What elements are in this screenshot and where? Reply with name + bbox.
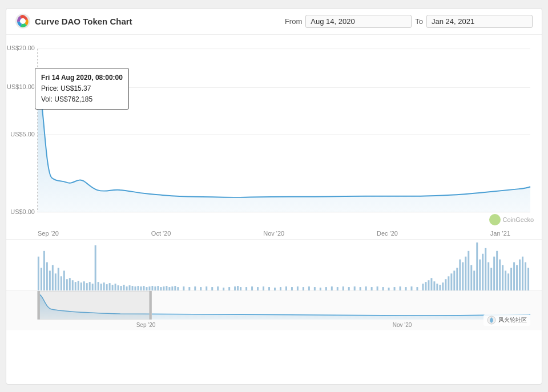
svg-rect-46 bbox=[135, 286, 136, 290]
svg-rect-124 bbox=[476, 242, 478, 290]
svg-rect-112 bbox=[442, 282, 444, 290]
svg-rect-48 bbox=[140, 286, 142, 290]
mini-label-sep20: Sep '20 bbox=[136, 322, 156, 328]
volume-chart-area bbox=[6, 239, 542, 290]
svg-rect-47 bbox=[138, 286, 139, 290]
svg-rect-107 bbox=[428, 280, 429, 290]
svg-rect-34 bbox=[100, 284, 102, 290]
svg-text:US$10.00: US$10.00 bbox=[7, 83, 35, 90]
from-label: From bbox=[285, 17, 302, 26]
svg-rect-113 bbox=[445, 279, 446, 290]
svg-rect-111 bbox=[439, 285, 441, 290]
svg-rect-43 bbox=[126, 286, 128, 290]
x-label-sep20: Sep '20 bbox=[38, 230, 59, 238]
chart-card: Curve DAO Token Chart From To US$20.00 U… bbox=[6, 8, 542, 385]
svg-rect-136 bbox=[510, 268, 512, 290]
volume-chart-svg bbox=[6, 240, 542, 290]
svg-rect-15 bbox=[46, 262, 48, 290]
svg-rect-125 bbox=[479, 259, 481, 290]
svg-rect-135 bbox=[507, 273, 509, 290]
fhq-badge-text: 风火轮社区 bbox=[498, 316, 527, 324]
svg-rect-91 bbox=[342, 286, 344, 290]
svg-rect-130 bbox=[493, 256, 495, 290]
svg-rect-122 bbox=[470, 265, 472, 290]
svg-rect-117 bbox=[456, 268, 458, 290]
svg-rect-39 bbox=[115, 284, 116, 290]
mini-nav-svg bbox=[6, 291, 542, 320]
svg-rect-13 bbox=[41, 268, 42, 290]
svg-rect-29 bbox=[86, 283, 88, 290]
svg-rect-139 bbox=[519, 259, 521, 290]
svg-rect-54 bbox=[157, 286, 159, 290]
title-area: Curve DAO Token Chart bbox=[15, 14, 132, 29]
svg-rect-32 bbox=[95, 245, 96, 290]
svg-rect-105 bbox=[422, 284, 424, 290]
x-label-oct20: Oct '20 bbox=[151, 230, 171, 238]
svg-rect-49 bbox=[143, 286, 144, 290]
svg-rect-23 bbox=[69, 278, 71, 290]
mini-nav-area: Sep '20 Nov '20 风火轮社区 bbox=[6, 290, 542, 330]
svg-rect-123 bbox=[473, 270, 475, 290]
curve-logo-icon bbox=[15, 14, 30, 29]
x-label-jan21: Jan '21 bbox=[490, 230, 510, 238]
svg-point-1 bbox=[20, 18, 26, 24]
fhq-badge: 风火轮社区 bbox=[483, 314, 530, 326]
svg-rect-17 bbox=[52, 265, 54, 290]
mini-nav-x-labels: Sep '20 Nov '20 bbox=[6, 321, 542, 328]
svg-rect-134 bbox=[505, 270, 506, 290]
svg-rect-60 bbox=[174, 286, 176, 290]
svg-rect-137 bbox=[513, 262, 515, 290]
svg-rect-144 bbox=[38, 291, 40, 320]
svg-rect-119 bbox=[462, 262, 464, 290]
from-date-input[interactable] bbox=[305, 15, 412, 28]
svg-rect-25 bbox=[75, 282, 76, 290]
svg-rect-51 bbox=[148, 286, 150, 290]
svg-rect-77 bbox=[263, 286, 264, 290]
svg-rect-37 bbox=[109, 283, 111, 290]
svg-rect-103 bbox=[410, 286, 412, 290]
svg-rect-145 bbox=[149, 291, 151, 320]
svg-rect-93 bbox=[354, 286, 356, 290]
svg-rect-75 bbox=[251, 286, 253, 290]
svg-rect-30 bbox=[89, 282, 91, 290]
svg-rect-64 bbox=[194, 286, 196, 290]
svg-rect-140 bbox=[522, 256, 523, 290]
svg-rect-22 bbox=[66, 279, 68, 290]
svg-rect-14 bbox=[43, 250, 45, 290]
svg-rect-26 bbox=[78, 281, 79, 290]
svg-rect-44 bbox=[129, 285, 131, 290]
x-label-dec20: Dec '20 bbox=[377, 230, 398, 238]
svg-rect-138 bbox=[516, 265, 518, 290]
svg-rect-57 bbox=[166, 286, 167, 290]
coingecko-logo-icon bbox=[489, 214, 501, 225]
svg-rect-129 bbox=[490, 268, 492, 290]
svg-rect-20 bbox=[61, 276, 62, 290]
svg-text:US$20.00: US$20.00 bbox=[7, 45, 35, 51]
svg-rect-131 bbox=[496, 250, 498, 290]
svg-rect-121 bbox=[468, 250, 469, 290]
svg-rect-118 bbox=[459, 259, 461, 290]
svg-rect-133 bbox=[502, 265, 503, 290]
svg-rect-101 bbox=[400, 286, 401, 290]
mini-label-nov20: Nov '20 bbox=[393, 322, 412, 328]
svg-rect-12 bbox=[38, 256, 39, 290]
svg-rect-106 bbox=[425, 282, 426, 290]
svg-rect-83 bbox=[297, 286, 299, 290]
fhq-logo-icon bbox=[487, 316, 496, 325]
svg-rect-141 bbox=[525, 262, 526, 290]
svg-rect-36 bbox=[106, 284, 108, 290]
svg-rect-41 bbox=[120, 286, 122, 290]
svg-rect-97 bbox=[377, 286, 378, 290]
svg-text:US$0.00: US$0.00 bbox=[10, 208, 35, 215]
svg-rect-89 bbox=[331, 286, 333, 290]
svg-text:US$5.00: US$5.00 bbox=[10, 131, 35, 138]
svg-rect-56 bbox=[163, 286, 164, 290]
svg-rect-132 bbox=[499, 259, 501, 290]
svg-rect-126 bbox=[482, 253, 483, 290]
svg-rect-42 bbox=[123, 285, 125, 290]
svg-rect-72 bbox=[237, 286, 239, 290]
svg-rect-85 bbox=[308, 286, 310, 290]
to-date-input[interactable] bbox=[426, 15, 533, 28]
svg-rect-40 bbox=[118, 285, 119, 290]
svg-rect-71 bbox=[234, 286, 236, 290]
